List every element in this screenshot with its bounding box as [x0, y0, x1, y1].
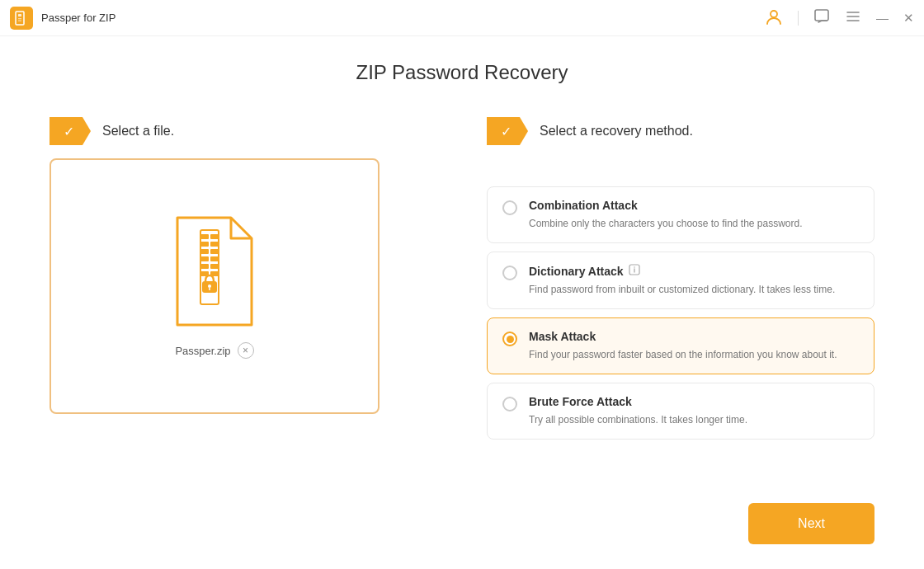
option-desc-mask: Find your password faster based on the i… — [529, 349, 837, 360]
option-title-combination: Combination Attack — [529, 199, 638, 212]
svg-rect-3 — [18, 20, 21, 21]
option-mask[interactable]: Mask Attack Find your password faster ba… — [487, 317, 874, 374]
svg-rect-11 — [210, 234, 219, 239]
chat-icon[interactable] — [813, 8, 830, 27]
svg-point-23 — [208, 284, 211, 288]
zip-file-icon — [169, 214, 260, 329]
title-bar-left: Passper for ZIP — [10, 7, 116, 30]
radio-mask[interactable] — [502, 332, 517, 346]
option-desc-dictionary: Find password from inbuilt or customized… — [529, 284, 835, 295]
svg-rect-18 — [200, 264, 209, 269]
title-bar-right: — ✕ — [765, 7, 914, 28]
app-icon — [10, 7, 33, 30]
page-title: ZIP Password Recovery — [50, 61, 874, 84]
close-button[interactable]: ✕ — [903, 11, 914, 26]
option-content-brute: Brute Force Attack Try all possible comb… — [529, 395, 859, 427]
option-desc-brute: Try all possible combinations. It takes … — [529, 414, 747, 426]
option-content-mask: Mask Attack Find your password faster ba… — [529, 330, 859, 362]
right-section-header: ✓ Select a recovery method. — [487, 117, 874, 145]
title-bar: Passper for ZIP — ✕ — [0, 0, 924, 36]
option-title-dictionary: Dictionary Attack — [529, 265, 624, 278]
option-dictionary[interactable]: Dictionary Attack Find password from inb… — [487, 252, 874, 309]
step-badge-left: ✓ — [50, 117, 91, 145]
user-icon[interactable] — [765, 7, 783, 28]
svg-rect-10 — [200, 234, 209, 239]
option-brute[interactable]: Brute Force Attack Try all possible comb… — [487, 383, 874, 440]
left-section-label: Select a file. — [102, 124, 174, 139]
check-icon-left: ✓ — [64, 124, 74, 139]
svg-rect-5 — [815, 10, 828, 21]
menu-icon[interactable] — [845, 8, 861, 27]
file-name-row: Passper.zip × — [175, 342, 253, 359]
option-title-row-dictionary: Dictionary Attack — [529, 264, 859, 278]
radio-combination[interactable] — [502, 200, 517, 215]
left-panel: ✓ Select a file. — [50, 117, 437, 440]
right-section-label: Select a recovery method. — [540, 124, 693, 139]
option-title-brute: Brute Force Attack — [529, 395, 632, 408]
two-column-layout: ✓ Select a file. — [50, 117, 874, 440]
remove-file-button[interactable]: × — [238, 342, 254, 359]
svg-rect-12 — [200, 242, 209, 247]
step-badge-bg-left: ✓ — [50, 117, 91, 145]
svg-rect-13 — [210, 242, 219, 247]
option-content-combination: Combination Attack Combine only the char… — [529, 199, 859, 231]
main-content: ZIP Password Recovery ✓ Select a file. — [0, 36, 924, 456]
svg-rect-2 — [18, 18, 21, 19]
option-title-row-combination: Combination Attack — [529, 199, 859, 212]
radio-dictionary[interactable] — [502, 266, 517, 280]
option-title-row-brute: Brute Force Attack — [529, 395, 859, 408]
option-title-row-mask: Mask Attack — [529, 330, 859, 343]
svg-point-4 — [771, 11, 777, 17]
option-combination[interactable]: Combination Attack Combine only the char… — [487, 186, 874, 243]
minimize-button[interactable]: — — [876, 11, 889, 25]
file-name: Passper.zip — [175, 345, 230, 357]
app-title: Passper for ZIP — [41, 12, 116, 24]
divider — [798, 11, 799, 26]
option-title-mask: Mask Attack — [529, 330, 596, 343]
svg-rect-19 — [210, 264, 219, 269]
step-badge-bg-right: ✓ — [487, 117, 528, 145]
radio-brute[interactable] — [502, 397, 517, 411]
svg-rect-1 — [18, 14, 21, 16]
svg-rect-17 — [210, 256, 219, 261]
right-panel: ✓ Select a recovery method. Combination … — [487, 117, 874, 440]
svg-rect-14 — [200, 249, 209, 254]
svg-rect-15 — [210, 249, 219, 254]
recovery-options: Combination Attack Combine only the char… — [487, 186, 874, 440]
svg-rect-16 — [200, 256, 209, 261]
step-badge-right: ✓ — [487, 117, 528, 145]
next-button[interactable]: Next — [748, 503, 874, 544]
check-icon-right: ✓ — [501, 124, 512, 139]
option-content-dictionary: Dictionary Attack Find password from inb… — [529, 264, 859, 297]
option-desc-combination: Combine only the characters you choose t… — [529, 218, 803, 229]
info-icon-dictionary[interactable] — [629, 264, 640, 278]
left-section-header: ✓ Select a file. — [50, 117, 437, 145]
file-drop-area[interactable]: Passper.zip × — [50, 158, 380, 414]
